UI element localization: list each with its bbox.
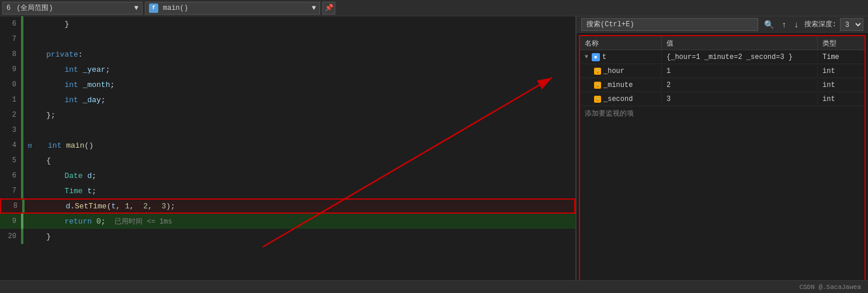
attribution: CSDN @.SacaJawea bbox=[799, 284, 861, 291]
code-line-15: 5 { bbox=[0, 153, 575, 168]
line-num-6: 6 bbox=[0, 20, 21, 28]
line-num-8: 8 bbox=[0, 50, 21, 58]
func-arrow: ▼ bbox=[312, 4, 316, 12]
watch-row-hour[interactable]: 🔒 _hour 1 int bbox=[580, 64, 864, 78]
main-layout: 6 } 7 8 private: 9 in bbox=[0, 16, 868, 293]
watch-table-header: 名称 值 类型 bbox=[580, 36, 864, 50]
watch-cell-name-minute: 🔒 _minute bbox=[580, 80, 662, 90]
watch-row-t[interactable]: ▼ ■ t {_hour=1 _minute=2 _second=3 } Tim… bbox=[580, 50, 864, 64]
line-content-11: int _day; bbox=[23, 96, 575, 104]
scope-label: (全局范围) bbox=[16, 3, 132, 13]
watch-row-minute[interactable]: 🔒 _minute 2 int bbox=[580, 78, 864, 92]
code-line-20: 20 } bbox=[0, 229, 575, 244]
line-num-14: 4 bbox=[0, 141, 21, 149]
pin-button[interactable]: 📌 bbox=[322, 2, 335, 15]
line-num-16: 6 bbox=[0, 172, 21, 180]
var-name-t: t bbox=[602, 53, 606, 61]
watch-cell-val-second: 3 bbox=[662, 94, 818, 104]
line-content-16: Date d; bbox=[23, 172, 575, 180]
line-num-7: 7 bbox=[0, 35, 21, 43]
status-bar: CSDN @.SacaJawea bbox=[0, 280, 868, 293]
search-up-btn[interactable]: ↑ bbox=[780, 19, 789, 30]
func-dropdown[interactable]: f main() ▼ bbox=[145, 2, 320, 15]
watch-cell-val-minute: 2 bbox=[662, 80, 818, 90]
line-num-20: 20 bbox=[0, 232, 21, 240]
code-line-11: 1 int _day; bbox=[0, 92, 575, 107]
line-content-14: ⊟ int main() bbox=[23, 141, 575, 150]
line-content-18: d.SetTime(t, 1, 2, 3); bbox=[25, 202, 574, 211]
code-lines: 6 } 7 8 private: 9 in bbox=[0, 16, 575, 293]
depth-label: 搜索深度: bbox=[804, 19, 836, 29]
line-content-9: int _year; bbox=[23, 65, 575, 74]
watch-row-second[interactable]: 🔒 _second 3 int bbox=[580, 92, 864, 106]
var-name-minute: _minute bbox=[603, 81, 633, 89]
collapse-btn-14[interactable]: ⊟ bbox=[28, 142, 32, 149]
line-num-9: 9 bbox=[0, 65, 21, 74]
code-line-9: 9 int _year; bbox=[0, 62, 575, 77]
line-content-10: int _month; bbox=[23, 81, 575, 89]
watch-cell-name-hour: 🔒 _hour bbox=[580, 66, 662, 76]
line-content-12: }; bbox=[23, 111, 575, 120]
watch-cell-type-second: int bbox=[818, 94, 864, 104]
var-name-hour: _hour bbox=[603, 67, 624, 75]
col-header-type: 类型 bbox=[818, 36, 864, 50]
var-name-second: _second bbox=[603, 95, 633, 103]
line-content-17: Time t; bbox=[23, 187, 575, 196]
func-icon: f bbox=[149, 4, 158, 13]
green-bar-13 bbox=[21, 123, 23, 138]
line-num-15: 5 bbox=[0, 156, 21, 165]
code-line-13: 3 bbox=[0, 123, 575, 138]
col-header-name: 名称 bbox=[580, 36, 662, 50]
scope-arrow: ▼ bbox=[134, 4, 138, 12]
code-line-7: 7 bbox=[0, 32, 575, 47]
search-label: 搜索(Ctrl+E) bbox=[586, 19, 634, 29]
code-line-8: 8 private: bbox=[0, 47, 575, 62]
code-line-6: 6 } bbox=[0, 16, 575, 32]
line-num-10: 0 bbox=[0, 81, 21, 89]
code-line-17: 7 Time t; bbox=[0, 183, 575, 198]
code-line-19: 9 return 0; 已用时间 <= 1ms bbox=[0, 214, 575, 229]
line-num-12: 2 bbox=[0, 111, 21, 119]
col-header-value: 值 bbox=[662, 36, 818, 50]
watch-toolbar: 搜索(Ctrl+E) 🔍 ↑ ↓ 搜索深度: 3 1 2 4 5 bbox=[577, 16, 868, 33]
toolbar: 6 (全局范围) ▼ f main() ▼ 📌 bbox=[0, 0, 868, 16]
line-num-17: 7 bbox=[0, 187, 21, 195]
lock-icon-minute: 🔒 bbox=[594, 82, 601, 89]
code-line-12: 2 }; bbox=[0, 107, 575, 123]
watch-cell-val-t: {_hour=1 _minute=2 _second=3 } bbox=[662, 52, 818, 62]
line-num-18: 8 bbox=[1, 202, 22, 210]
scope-number: 6 bbox=[6, 4, 11, 12]
var-icon-t: ■ bbox=[592, 53, 600, 61]
add-watch-row[interactable]: 添加要监视的项 bbox=[580, 106, 864, 121]
code-line-10: 0 int _month; bbox=[0, 77, 575, 92]
search-box[interactable]: 搜索(Ctrl+E) bbox=[581, 18, 758, 31]
watch-cell-type-hour: int bbox=[818, 66, 864, 76]
line-content-6: } bbox=[23, 20, 575, 29]
line-content-8: private: bbox=[23, 50, 575, 59]
lock-icon-hour: 🔒 bbox=[594, 68, 601, 75]
line-num-13: 3 bbox=[0, 126, 21, 134]
code-editor: 6 } 7 8 private: 9 in bbox=[0, 16, 576, 293]
code-line-16: 6 Date d; bbox=[0, 168, 575, 183]
depth-select[interactable]: 3 1 2 4 5 bbox=[840, 18, 863, 31]
watch-table: 名称 值 类型 ▼ ■ t {_hour=1 _minute=2 _second… bbox=[579, 35, 866, 291]
line-content-19: return 0; 已用时间 <= 1ms bbox=[23, 217, 575, 226]
line-num-11: 1 bbox=[0, 96, 21, 104]
expand-arrow-t[interactable]: ▼ bbox=[585, 54, 588, 60]
watch-cell-type-t: Time bbox=[818, 52, 864, 62]
search-icon-btn[interactable]: 🔍 bbox=[762, 19, 776, 30]
search-down-btn[interactable]: ↓ bbox=[792, 19, 801, 30]
lock-icon-second: 🔒 bbox=[594, 96, 601, 103]
watch-cell-type-minute: int bbox=[818, 80, 864, 90]
watch-cell-val-hour: 1 bbox=[662, 66, 818, 76]
line-num-19: 9 bbox=[0, 217, 21, 225]
watch-cell-name-second: 🔒 _second bbox=[580, 94, 662, 104]
line-content-20: } bbox=[23, 232, 575, 241]
watch-cell-name-t: ▼ ■ t bbox=[580, 52, 662, 62]
green-bar-7 bbox=[21, 32, 23, 47]
line-content-15: { bbox=[23, 156, 575, 165]
code-line-14: 4 ⊟ int main() bbox=[0, 138, 575, 153]
func-label: main() bbox=[163, 4, 310, 12]
scope-dropdown[interactable]: 6 (全局范围) ▼ bbox=[2, 2, 143, 15]
watch-panel: 搜索(Ctrl+E) 🔍 ↑ ↓ 搜索深度: 3 1 2 4 5 名称 值 类型 bbox=[576, 16, 868, 293]
